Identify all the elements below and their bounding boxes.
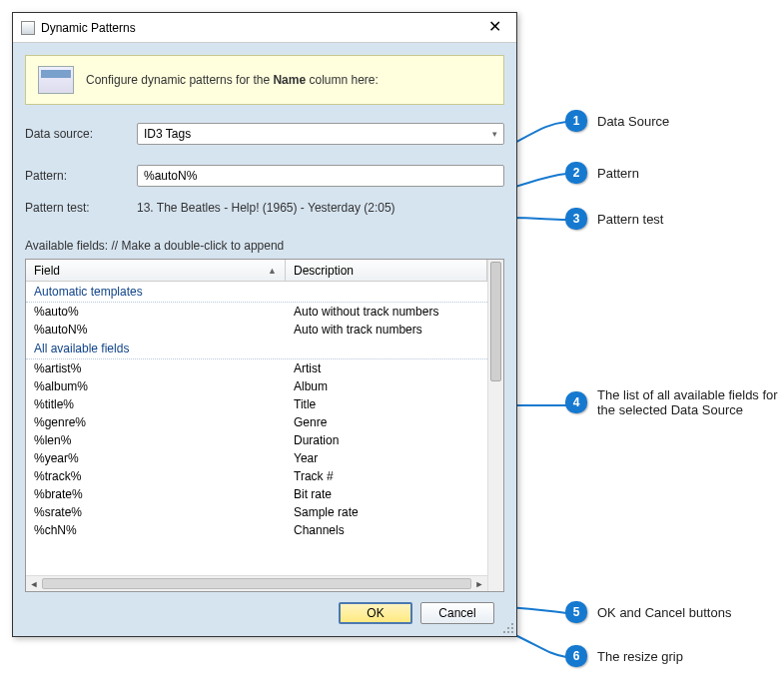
resize-grip[interactable] bbox=[502, 622, 514, 634]
callout-bubble: 1 bbox=[565, 110, 587, 132]
callout-text: OK and Cancel buttons bbox=[597, 605, 731, 620]
callout-bubble: 4 bbox=[565, 391, 587, 413]
callout-text: The list of all available fields for the… bbox=[597, 387, 778, 417]
table-row[interactable]: %album%Album bbox=[26, 377, 487, 395]
column-header-description[interactable]: Description bbox=[286, 260, 487, 281]
dynamic-patterns-dialog: Dynamic Patterns ✕ Configure dynamic pat… bbox=[12, 12, 517, 637]
callout-bubble: 3 bbox=[565, 208, 587, 230]
table-row[interactable]: %artist%Artist bbox=[26, 359, 487, 377]
sort-asc-icon: ▲ bbox=[268, 266, 277, 276]
vscroll-thumb[interactable] bbox=[490, 262, 501, 381]
column-header-field[interactable]: Field ▲ bbox=[26, 260, 286, 281]
cancel-button[interactable]: Cancel bbox=[420, 602, 494, 624]
svg-point-2 bbox=[511, 627, 513, 629]
pattern-test-value: 13. The Beatles - Help! (1965) - Yesterd… bbox=[137, 199, 504, 217]
field-cell: %chN% bbox=[26, 521, 286, 539]
description-cell: Artist bbox=[286, 359, 487, 377]
description-cell: Year bbox=[286, 449, 487, 467]
vertical-scrollbar[interactable] bbox=[487, 260, 503, 591]
table-row[interactable]: %year%Year bbox=[26, 449, 487, 467]
window-title: Dynamic Patterns bbox=[41, 21, 480, 35]
field-cell: %track% bbox=[26, 467, 286, 485]
field-cell: %album% bbox=[26, 377, 286, 395]
description-cell: Auto without track numbers bbox=[286, 303, 487, 321]
field-cell: %auto% bbox=[26, 303, 286, 321]
table-row[interactable]: %genre%Genre bbox=[26, 413, 487, 431]
field-cell: %genre% bbox=[26, 413, 286, 431]
available-fields-label: Available fields: // Make a double-click… bbox=[25, 239, 504, 253]
callout-bubble: 2 bbox=[565, 162, 587, 184]
close-button[interactable]: ✕ bbox=[480, 17, 508, 39]
hscroll-thumb[interactable] bbox=[42, 578, 471, 589]
svg-point-1 bbox=[507, 627, 509, 629]
svg-point-0 bbox=[511, 623, 513, 625]
description-cell: Album bbox=[286, 377, 487, 395]
callout-6: 6 The resize grip bbox=[565, 645, 683, 667]
group-header: All available fields bbox=[26, 339, 487, 359]
column-header-description-label: Description bbox=[294, 264, 354, 278]
table-row[interactable]: %chN%Channels bbox=[26, 521, 487, 539]
fields-grid: Field ▲ Description Automatic templates%… bbox=[25, 259, 504, 592]
info-suffix: column here: bbox=[306, 73, 379, 87]
callout-text: The resize grip bbox=[597, 649, 683, 664]
description-cell: Channels bbox=[286, 521, 487, 539]
callout-2: 2 Pattern bbox=[565, 162, 639, 184]
svg-point-5 bbox=[511, 631, 513, 633]
info-text: Configure dynamic patterns for the Name … bbox=[86, 73, 379, 87]
horizontal-scrollbar[interactable]: ◄ ► bbox=[26, 575, 487, 591]
info-graphic-icon bbox=[38, 66, 74, 94]
pattern-test-label: Pattern test: bbox=[25, 201, 137, 215]
table-row[interactable]: %brate%Bit rate bbox=[26, 485, 487, 503]
table-row[interactable]: %track%Track # bbox=[26, 467, 487, 485]
callout-1: 1 Data Source bbox=[565, 110, 669, 132]
group-header: Automatic templates bbox=[26, 282, 487, 303]
field-cell: %autoN% bbox=[26, 321, 286, 339]
callout-text: Data Source bbox=[597, 114, 669, 129]
chevron-down-icon: ▾ bbox=[492, 129, 497, 139]
table-row[interactable]: %auto%Auto without track numbers bbox=[26, 303, 487, 321]
callout-bubble: 5 bbox=[565, 601, 587, 623]
data-source-dropdown[interactable]: ID3 Tags ▾ bbox=[137, 123, 504, 145]
scroll-left-icon: ◄ bbox=[26, 576, 42, 591]
grid-header: Field ▲ Description bbox=[26, 260, 487, 282]
info-panel: Configure dynamic patterns for the Name … bbox=[25, 55, 504, 105]
info-prefix: Configure dynamic patterns for the bbox=[86, 73, 273, 87]
callout-text: Pattern test bbox=[597, 212, 663, 227]
svg-point-3 bbox=[503, 631, 505, 633]
column-header-field-label: Field bbox=[34, 264, 60, 278]
pattern-label: Pattern: bbox=[25, 169, 137, 183]
callout-bubble: 6 bbox=[565, 645, 587, 667]
table-row[interactable]: %autoN%Auto with track numbers bbox=[26, 321, 487, 339]
data-source-value: ID3 Tags bbox=[144, 127, 492, 141]
description-cell: Bit rate bbox=[286, 485, 487, 503]
titlebar: Dynamic Patterns ✕ bbox=[13, 13, 516, 43]
description-cell: Sample rate bbox=[286, 503, 487, 521]
description-cell: Auto with track numbers bbox=[286, 321, 487, 339]
table-row[interactable]: %srate%Sample rate bbox=[26, 503, 487, 521]
data-source-label: Data source: bbox=[25, 127, 137, 141]
description-cell: Track # bbox=[286, 467, 487, 485]
callout-5: 5 OK and Cancel buttons bbox=[565, 601, 731, 623]
field-cell: %artist% bbox=[26, 359, 286, 377]
table-row[interactable]: %title%Title bbox=[26, 395, 487, 413]
callout-3: 3 Pattern test bbox=[565, 208, 663, 230]
window-icon bbox=[21, 21, 35, 35]
svg-point-4 bbox=[507, 631, 509, 633]
ok-button[interactable]: OK bbox=[339, 602, 412, 624]
description-cell: Title bbox=[286, 395, 487, 413]
field-cell: %brate% bbox=[26, 485, 286, 503]
description-cell: Duration bbox=[286, 431, 487, 449]
field-cell: %title% bbox=[26, 395, 286, 413]
callout-text: Pattern bbox=[597, 166, 639, 181]
callout-4: 4 The list of all available fields for t… bbox=[565, 387, 778, 417]
field-cell: %year% bbox=[26, 449, 286, 467]
scroll-right-icon: ► bbox=[471, 576, 487, 591]
field-cell: %len% bbox=[26, 431, 286, 449]
description-cell: Genre bbox=[286, 413, 487, 431]
info-bold: Name bbox=[273, 73, 306, 87]
pattern-input[interactable] bbox=[137, 165, 504, 187]
field-cell: %srate% bbox=[26, 503, 286, 521]
table-row[interactable]: %len%Duration bbox=[26, 431, 487, 449]
